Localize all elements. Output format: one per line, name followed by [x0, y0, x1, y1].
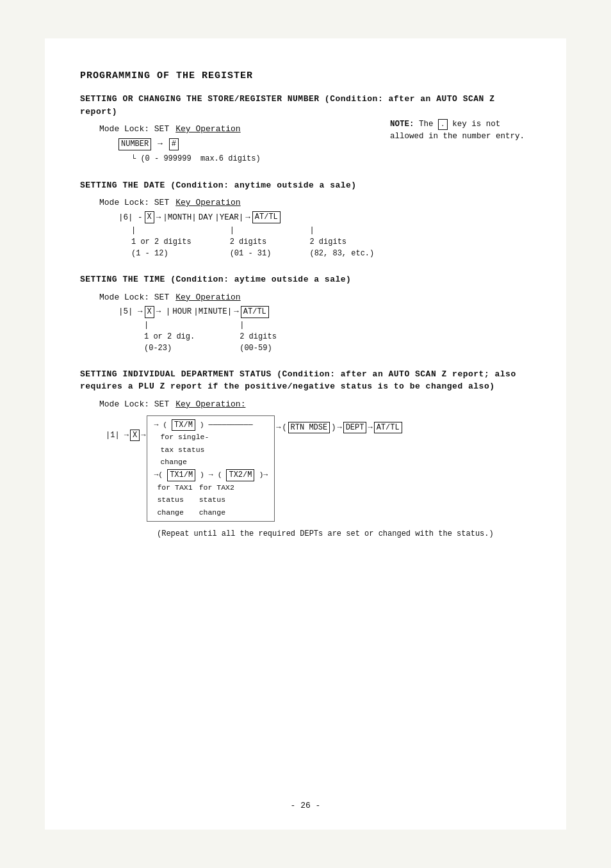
- time-5-key: |5| →: [118, 307, 143, 316]
- number-key: NUMBER: [118, 138, 151, 150]
- key-operation-dept: Key Operation:: [175, 399, 245, 409]
- time-minute-key: |MINUTE|: [193, 307, 232, 316]
- date-digits-month: 1 or 2 digits: [131, 237, 191, 246]
- note-text-1: The: [419, 120, 438, 129]
- branch-bottom-row: →( TX1/M ) → ( TX2/M )→: [154, 469, 268, 481]
- mode-label-store: Mode Lock: SET: [99, 124, 169, 134]
- mode-line-time: Mode Lock: SET Key Operation: [80, 293, 531, 302]
- time-arrow2: →: [234, 307, 239, 316]
- date-digits-day: 2 digits: [230, 237, 267, 246]
- dept-flow-wrapper: |1| → X → → ( TX/M ) ────────── for sing…: [106, 415, 531, 540]
- heading-normal-date: (Condition: anytime outside a sale): [165, 181, 357, 190]
- date-attl-key: AT/TL: [252, 211, 281, 223]
- tax1-label: for TAX1statuschange: [157, 481, 192, 519]
- date-x-key: X: [145, 211, 154, 223]
- section-heading-time: SETTING THE TIME (Condition: aytime outs…: [80, 273, 531, 286]
- date-diagram: |6| - X → |MONTH| DAY |YEAR| → AT/TL | 1…: [80, 211, 531, 259]
- date-digits-year: 2 digits: [309, 237, 346, 246]
- right-arrow-1: →: [276, 423, 281, 432]
- key-operation-date: Key Operation: [175, 198, 240, 207]
- date-6-key: |6| -: [118, 213, 143, 222]
- heading-normal-time: (Condition: aytime outside a sale): [165, 275, 352, 284]
- mode-label-dept: Mode Lock: SET: [99, 399, 169, 409]
- date-year-key: |YEAR|: [215, 213, 243, 222]
- date-range-year: (82, 83, etc.): [309, 249, 374, 258]
- page-number: - 26 -: [45, 801, 566, 810]
- date-month-key: |MONTH|: [163, 213, 197, 222]
- section-heading-store: SETTING OR CHANGING THE STORE/REGISTER N…: [80, 93, 531, 118]
- dept-x-key: X: [130, 430, 140, 442]
- txm-key-top: TX/M: [172, 419, 195, 431]
- date-range-day: (01 - 31): [230, 249, 272, 258]
- time-range-hour: (0-23): [144, 344, 172, 353]
- date-space: DAY: [199, 213, 213, 222]
- arrow-1: →: [158, 139, 168, 149]
- time-attl-key: AT/TL: [241, 306, 269, 318]
- section-store-register: SETTING OR CHANGING THE STORE/REGISTER N…: [80, 93, 531, 165]
- store-diagram-line1: NUMBER → #: [118, 138, 531, 151]
- tax2-label: for TAX2statuschange: [199, 481, 234, 519]
- time-pipe-hour: |: [144, 321, 149, 330]
- right-arrow-3: →: [368, 423, 372, 432]
- page-container: PROGRAMMING OF THE REGISTER SETTING OR C…: [45, 38, 566, 830]
- section-heading-dept: SETTING INDIVIDUAL DEPARTMENT STATUS (Co…: [80, 368, 531, 393]
- time-range-minute: (00-59): [240, 344, 272, 353]
- heading-bold-date: SETTING THE DATE: [80, 181, 165, 190]
- heading-bold-dept: SETTING INDIVIDUAL DEPARTMENT STATUS: [80, 369, 272, 379]
- key-operation-time: Key Operation: [175, 293, 240, 302]
- time-diagram: |5| → X → | HOUR |MINUTE| → AT/TL | 1 or…: [80, 306, 531, 354]
- branch-top-row: → ( TX/M ) ──────────: [154, 419, 268, 431]
- date-row1: |6| - X → |MONTH| DAY |YEAR| → AT/TL: [118, 211, 531, 223]
- mode-label-date: Mode Lock: SET: [99, 198, 169, 207]
- branch-top-label: for single- tax status change: [154, 431, 268, 469]
- mode-line-date: Mode Lock: SET Key Operation: [80, 198, 531, 207]
- time-digits-hour: 1 or 2 dig.: [144, 332, 195, 341]
- right-arrow-2: →: [337, 423, 341, 432]
- tx2m-key: TX2/M: [226, 469, 254, 481]
- dept-1-key: |1| →: [106, 431, 129, 440]
- date-pipe-year: |: [309, 226, 314, 235]
- right-border-1: (: [282, 423, 286, 432]
- hash-key: #: [169, 138, 179, 150]
- heading-bold-time: SETTING THE TIME: [80, 275, 165, 284]
- mode-label-time: Mode Lock: SET: [99, 293, 169, 302]
- time-pipe-minute: |: [240, 321, 244, 330]
- repeat-note-text: (Repeat until all the required DEPTs are…: [157, 529, 494, 538]
- dot-key-icon: .: [438, 119, 448, 130]
- date-pipe-month: |: [131, 226, 136, 235]
- note-label: NOTE:: [390, 120, 414, 129]
- time-digits-minute: 2 digits: [240, 332, 277, 341]
- dept-attl-key: AT/TL: [374, 422, 402, 434]
- time-arrow1: → |: [156, 307, 171, 316]
- heading-bold-store: SETTING OR CHANGING THE STORE/REGISTER N…: [80, 94, 320, 104]
- time-sub-labels: | 1 or 2 dig. (0-23) | 2 digits (00-59): [144, 319, 531, 354]
- mode-line-dept: Mode Lock: SET Key Operation:: [80, 399, 531, 409]
- dept-key: DEPT: [343, 422, 367, 434]
- date-arrow2: →: [245, 213, 250, 222]
- section-heading-date: SETTING THE DATE (Condition: anytime out…: [80, 179, 531, 192]
- store-diagram-line2: └ (0 - 999999 max.6 digits): [118, 153, 531, 165]
- tx1m-key: TX1/M: [167, 469, 195, 481]
- date-range-month: (1 - 12): [131, 249, 168, 258]
- date-arrow1: →: [156, 213, 161, 222]
- time-hour-key: HOUR: [172, 307, 191, 316]
- dept-branch-box: → ( TX/M ) ────────── for single- tax st…: [147, 415, 275, 522]
- section-time: SETTING THE TIME (Condition: aytime outs…: [80, 273, 531, 353]
- time-x-key: X: [145, 306, 154, 318]
- repeat-note: (Repeat until all the required DEPTs are…: [106, 528, 531, 540]
- dept-right-chain: → ( RTN MDSE ) → DEPT → AT/TL: [276, 422, 402, 434]
- dept-arrow-to-branch: →: [141, 431, 145, 440]
- key-operation-store: Key Operation: [175, 124, 240, 134]
- op-area-store: NUMBER → # └ (0 - 999999 max.6 digits): [80, 138, 531, 165]
- time-row1: |5| → X → | HOUR |MINUTE| → AT/TL: [118, 306, 531, 318]
- date-pipe-day: |: [230, 226, 234, 235]
- right-border-2: ): [331, 423, 336, 432]
- rtn-mdse-key: RTN MDSE: [288, 422, 330, 434]
- branch-bottom-labels: for TAX1statuschange for TAX2statuschang…: [154, 481, 268, 519]
- date-sub-month: | 1 or 2 digits (1 - 12) | 2 digits (01 …: [131, 225, 531, 259]
- section-dept: SETTING INDIVIDUAL DEPARTMENT STATUS (Co…: [80, 368, 531, 540]
- dept-left-sequence: |1| → X →: [106, 430, 145, 442]
- page-title: PROGRAMMING OF THE REGISTER: [80, 70, 531, 81]
- section-date: SETTING THE DATE (Condition: anytime out…: [80, 179, 531, 259]
